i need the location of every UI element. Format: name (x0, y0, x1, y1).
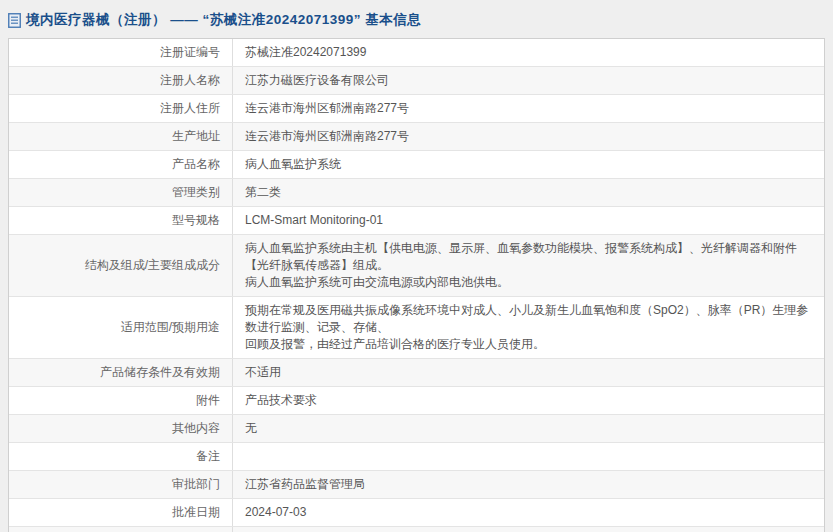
row-value: 不适用 (233, 359, 824, 386)
table-row: 生产地址 连云港市海州区郁洲南路277号 (9, 123, 824, 151)
row-value: 第二类 (233, 179, 824, 206)
row-value: 预期在常规及医用磁共振成像系统环境中对成人、小儿及新生儿血氧饱和度（SpO2）、… (233, 297, 824, 358)
row-value (233, 443, 824, 470)
row-value: 无 (233, 415, 824, 442)
table-row: 注册证编号 苏械注准20242071399 (9, 39, 824, 67)
table-row: 型号规格 LCM-Smart Monitoring-01 (9, 207, 824, 235)
row-label: 注册人名称 (9, 67, 233, 94)
table-row: 管理类别 第二类 (9, 179, 824, 207)
row-label: 注册证编号 (9, 39, 233, 66)
row-label: 注册人住所 (9, 95, 233, 122)
row-label: 生产地址 (9, 123, 233, 150)
table-row: 其他内容 无 (9, 415, 824, 443)
registration-info-table: 注册证编号 苏械注准20242071399 注册人名称 江苏力磁医疗设备有限公司… (8, 38, 825, 532)
row-value: 江苏力磁医疗设备有限公司 (233, 67, 824, 94)
table-row: 批准日期 2024-07-03 (9, 499, 824, 527)
row-label: 适用范围/预期用途 (9, 297, 233, 358)
table-row: 产品名称 病人血氧监护系统 (9, 151, 824, 179)
row-label: 生效日期 (9, 527, 233, 532)
registration-detail-page: 境内医疗器械（注册） —— “苏械注准20242071399” 基本信息 注册证… (0, 0, 833, 532)
table-row: 审批部门 江苏省药品监督管理局 (9, 471, 824, 499)
row-label: 结构及组成/主要组成成分 (9, 235, 233, 296)
row-label: 产品储存条件及有效期 (9, 359, 233, 386)
row-value: 连云港市海州区郁洲南路277号 (233, 123, 824, 150)
row-label: 批准日期 (9, 499, 233, 526)
table-row: 附件 产品技术要求 (9, 387, 824, 415)
row-value: 2024-07-03 (233, 527, 824, 532)
page-title: 境内医疗器械（注册） —— “苏械注准20242071399” 基本信息 (26, 11, 421, 29)
table-row: 注册人名称 江苏力磁医疗设备有限公司 (9, 67, 824, 95)
row-value: 产品技术要求 (233, 387, 824, 414)
table-row: 备注 (9, 443, 824, 471)
table-row: 注册人住所 连云港市海州区郁洲南路277号 (9, 95, 824, 123)
row-label: 产品名称 (9, 151, 233, 178)
page-header: 境内医疗器械（注册） —— “苏械注准20242071399” 基本信息 (8, 8, 825, 38)
row-label: 备注 (9, 443, 233, 470)
table-row: 生效日期 2024-07-03 (9, 527, 824, 532)
row-value: 病人血氧监护系统由主机【供电电源、显示屏、血氧参数功能模块、报警系统构成】、光纤… (233, 235, 824, 296)
row-value: 病人血氧监护系统 (233, 151, 824, 178)
row-label: 管理类别 (9, 179, 233, 206)
row-value: LCM-Smart Monitoring-01 (233, 207, 824, 234)
table-row: 结构及组成/主要组成成分 病人血氧监护系统由主机【供电电源、显示屏、血氧参数功能… (9, 235, 824, 297)
row-label: 审批部门 (9, 471, 233, 498)
row-value: 苏械注准20242071399 (233, 39, 824, 66)
table-row: 适用范围/预期用途 预期在常规及医用磁共振成像系统环境中对成人、小儿及新生儿血氧… (9, 297, 824, 359)
row-value: 2024-07-03 (233, 499, 824, 526)
row-label: 型号规格 (9, 207, 233, 234)
row-label: 其他内容 (9, 415, 233, 442)
row-label: 附件 (9, 387, 233, 414)
document-icon (8, 13, 21, 28)
table-row: 产品储存条件及有效期 不适用 (9, 359, 824, 387)
row-value: 江苏省药品监督管理局 (233, 471, 824, 498)
row-value: 连云港市海州区郁洲南路277号 (233, 95, 824, 122)
